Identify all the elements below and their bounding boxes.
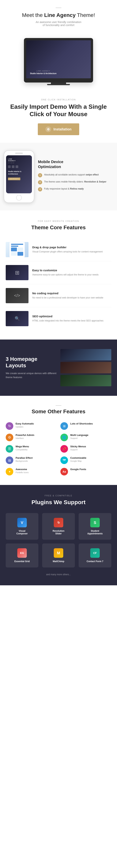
phone-subtitle: STUDIO (8, 162, 30, 163)
core-features-heading: Theme Core Features (6, 224, 111, 230)
feature-num-1: 1 (38, 173, 42, 177)
other-features-section: Some Other Features ↻ Easy Automatic Upd… (0, 396, 117, 485)
mega-menu-title: Mega Menu (15, 445, 29, 448)
feature-img-seo: 🔍 (6, 311, 29, 326)
mc-name: MailChimp (45, 560, 72, 563)
map-text: Customizable Google Map (70, 457, 86, 462)
mega-menu-text: Mega Menu Compatibility (15, 445, 29, 451)
multilang-text: Multi Language Support (70, 434, 88, 439)
hero-subtitle: An awesome user friendly combinationof f… (6, 21, 111, 27)
divider (56, 405, 61, 406)
eg-icon: EG (17, 548, 27, 558)
core-features-label: For Easy Website Creation (6, 220, 111, 222)
feat-item-icons: ✦ Awesome Fontello Icons (6, 468, 56, 475)
feat-item-multilang: 🌐 Multi Language Support (61, 434, 111, 441)
feature-row-2: ⊞ Easy to customize Awesome easy-to-use … (6, 261, 111, 284)
updates-text: Easy Automatic Updates (15, 422, 34, 428)
plugins-more: and many more others... (6, 573, 111, 576)
parallax-title: Parallax Effect (15, 457, 33, 459)
multilang-title: Multi Language (70, 434, 88, 436)
hero-section: Meet the Line Agency Theme! An awesome u… (0, 0, 117, 85)
sticky-sub: Support (70, 448, 86, 451)
layout-card-2 (61, 362, 111, 373)
feature-img-drag (6, 242, 29, 257)
rev-name: RevolutionSlider (45, 530, 72, 535)
icons-icon: ✦ (6, 468, 13, 475)
phone-logo: LINEAGENCY (8, 158, 30, 162)
hero-title: Meet the Line Agency Theme! (6, 12, 111, 19)
icons-title: Awesome (15, 468, 29, 471)
plugins-heading: Plugins We Support (6, 499, 111, 505)
layouts-desc: We create several unique demos with diff… (6, 371, 56, 379)
layout-card-1 (61, 349, 111, 361)
feature-text-customize: Easy to customize Awesome easy-to-use op… (32, 269, 99, 277)
mega-menu-icon: ☰ (6, 445, 13, 453)
feature-title-3: No coding required (32, 291, 103, 295)
parallax-icon: ▤ (6, 457, 13, 464)
feature-desc-4: HTML code integrated into the theme meet… (32, 319, 103, 322)
student-icon: S (90, 518, 100, 527)
map-icon: 🗺 (61, 457, 68, 464)
feature-row-1: Drag & drop page builder Visual Composer… (6, 238, 111, 261)
feature-title-2: Easy to customize (32, 269, 99, 272)
feat-item-updates: ↻ Easy Automatic Updates (6, 422, 56, 430)
one-click-section: One Click Installation Easily Import Dem… (0, 91, 117, 143)
mobile-heading: Mobile DeviceOptimization (38, 159, 113, 169)
fonts-icon: Aa (61, 468, 68, 475)
mobile-feature-2: 2 The theme uses mobile friendly sliders… (38, 180, 113, 184)
layouts-text: 3 HomepageLayouts We create several uniq… (6, 356, 56, 379)
feat-item-mega-menu: ☰ Mega Menu Compatibility (6, 445, 56, 453)
admin-icon: ⚙ (6, 434, 13, 441)
plugins-grid: V VisualComposer ↻ RevolutionSlider S St… (6, 513, 111, 567)
vc-name: VisualComposer (8, 530, 36, 535)
feature-desc-1: Visual Composer plugin offers amazing to… (32, 250, 103, 254)
layouts-heading: 3 HomepageLayouts (6, 356, 56, 369)
fonts-text: Google Fonts (70, 468, 86, 471)
feature-text-coding: No coding required No need to be a profe… (32, 291, 103, 300)
layout-card-3 (61, 375, 111, 386)
multilang-icon: 🌐 (61, 434, 68, 441)
hero-title-highlight: Line Agency (44, 12, 76, 18)
updates-title: Easy Automatic (15, 422, 34, 425)
admin-sub: Interface (15, 437, 34, 439)
features-grid: ↻ Easy Automatic Updates ⊞ Lots of Short… (6, 422, 111, 475)
rev-icon: ↻ (54, 518, 63, 527)
plugin-cf7: CF Contact Form 7 (79, 544, 111, 567)
map-sub: Google Map (70, 460, 86, 462)
phone-mockup: LINEAGENCY STUDIO Studio Interior &Archi… (4, 150, 34, 203)
hero-title-end: Theme! (76, 12, 95, 18)
laptop-screen-text: Studio Interior & Architecture (30, 72, 56, 74)
layouts-section: 3 HomepageLayouts We create several uniq… (0, 340, 117, 396)
hero-divider (56, 8, 61, 8)
plugin-student: S StudentAppointments (79, 513, 111, 540)
feature-text-3: Fully responsive layout & Retina ready (44, 187, 84, 190)
phone-home-btn (16, 195, 22, 200)
feat-item-fonts: Aa Google Fonts (61, 468, 111, 475)
icons-sub: Fontello Icons (15, 471, 29, 473)
feature-row-4: 🔍 SEO optimized HTML code integrated int… (6, 307, 111, 330)
laptop-mockup: LINE AGENCY Studio Interior & Architectu… (0, 38, 117, 85)
feature-num-2: 2 (38, 180, 42, 184)
icons-text: Awesome Fontello Icons (15, 468, 29, 473)
phone-screen: LINEAGENCY STUDIO Studio Interior &Archi… (6, 155, 32, 193)
sticky-text: Sticky Menus Support (70, 445, 86, 451)
sticky-title: Sticky Menus (70, 445, 86, 448)
feature-row-3: </> No coding required No need to be a p… (6, 284, 111, 307)
feat-item-admin: ⚙ Powerful Admin Interface (6, 434, 56, 441)
feature-title-4: SEO optimized (32, 315, 103, 318)
feature-text-seo: SEO optimized HTML code integrated into … (32, 315, 103, 322)
cf7-name: Contact Form 7 (81, 560, 109, 563)
admin-title: Powerful Admin (15, 434, 34, 436)
shortcodes-title: Lots of Shortcodes (70, 422, 93, 425)
feat-item-sticky: 📌 Sticky Menus Support (61, 445, 111, 453)
mc-icon: M (54, 548, 63, 558)
phone-speaker (15, 153, 23, 154)
install-icon: ⚙ (45, 126, 51, 132)
install-button[interactable]: ⚙ Installation (38, 123, 79, 135)
core-features-header: For Easy Website Creation Theme Core Fea… (6, 220, 111, 230)
mobile-feature-1: 1 Absolutely all scrollable sections sup… (38, 173, 113, 177)
feature-title-1: Drag & drop page builder (32, 246, 103, 249)
feature-img-coding: </> (6, 288, 29, 303)
feat-item-map: 🗺 Customizable Google Map (61, 457, 111, 464)
plugins-label: Free & Compatible (6, 494, 111, 497)
